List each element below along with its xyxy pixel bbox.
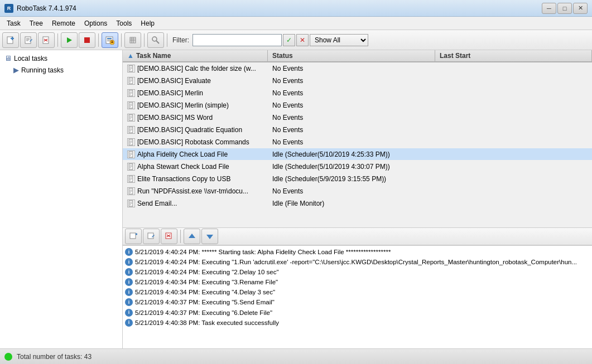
task-file-icon [127,175,135,183]
task-row[interactable]: [DEMO.BASIC] Robotask Commands No Events [123,136,592,148]
col-header-last-start[interactable]: Last Start [435,50,592,61]
log-line-text: 5/21/2019 4:40:24 PM: Executing "2.Delay… [135,268,590,276]
filter-dropdown[interactable]: Show All Enabled Only Disabled Only [310,34,368,46]
filter-apply-button[interactable]: ✓ [283,34,295,46]
task-status-text: No Events [272,138,303,146]
move-up-button[interactable] [184,229,200,244]
task-cell-status: No Events [268,77,435,85]
task-row[interactable]: [DEMO.BASIC] Evaluate No Events [123,75,592,87]
stop-task-button[interactable] [79,32,95,48]
log-line: i 5/21/2019 4:40:37 PM: Executing "5.Sen… [125,297,590,307]
svg-rect-14 [107,40,112,40]
task-row[interactable]: [DEMO.BASIC] MS Word No Events [123,111,592,124]
minimize-button[interactable]: ─ [542,3,556,14]
move-down-button[interactable] [201,229,218,244]
task-row[interactable]: Alpha Fidelity Check Load File Idle (Sch… [123,148,592,161]
task-row[interactable]: Send Email... Idle (File Monitor) [123,197,592,210]
restore-button[interactable]: □ [557,3,572,14]
status-text: Total number of tasks: 43 [17,353,92,361]
main-container: 🖥 Local tasks ▶ Running tasks ▲ Task Nam… [0,50,592,364]
task-cell-name: Alpha Fidelity Check Load File [123,151,268,158]
svg-marker-82 [206,235,213,239]
filter-input[interactable] [192,34,282,46]
delete-task-button[interactable] [38,32,55,48]
log-line: i 5/21/2019 4:40:38 PM: Task executed su… [125,318,590,328]
task-status-text: No Events [272,126,303,134]
close-button[interactable]: ✕ [573,3,588,14]
task-row[interactable]: [DEMO.BASIC] Merlin No Events [123,87,592,99]
task-cell-status: No Events [268,126,435,134]
task-row[interactable]: [DEMO.BASIC] Quadratic Equation No Event… [123,124,592,136]
add-item-button[interactable] [125,229,142,244]
log-line-text: 5/21/2019 4:40:24 PM: ****** Starting ta… [135,247,590,256]
task-file-icon [127,89,135,97]
task-row[interactable]: Run "NPDFAssist.exe \\svr-tm\docu... No … [123,185,592,197]
search-button[interactable] [147,32,164,48]
col-header-status[interactable]: Status [268,50,435,61]
task-status-text: No Events [272,77,303,85]
task-list-body: [DEMO.BASIC] Calc the folder size (w... … [123,62,592,227]
svg-marker-81 [189,234,195,238]
log-line: i 5/21/2019 4:40:34 PM: Executing "3.Ren… [125,277,590,287]
sidebar-item-running-tasks[interactable]: ▶ Running tasks [0,64,122,76]
svg-rect-13 [107,38,112,39]
log-info-icon: i [125,268,133,276]
task-file-icon [127,138,135,146]
svg-point-24 [152,37,157,41]
col-header-task[interactable]: ▲ Task Name [123,50,268,61]
status-dot [4,353,12,361]
task-row[interactable]: Alpha Stewart Check Load File Idle (Sche… [123,161,592,173]
task-cell-status: Idle (File Monitor) [268,200,435,207]
menu-tree[interactable]: Tree [25,18,47,28]
task-row[interactable]: [DEMO.BASIC] Merlin (simple) No Events [123,99,592,111]
menu-options[interactable]: Options [80,18,112,28]
task-cell-name: [DEMO.BASIC] Robotask Commands [123,138,268,146]
log-line: i 5/21/2019 4:40:24 PM: Executing "2.Del… [125,267,590,277]
task-row[interactable]: Elite Transactions Copy to USB Idle (Sch… [123,173,592,185]
task-cell-status: No Events [268,114,435,122]
task-cell-name: Send Email... [123,200,268,207]
menu-task[interactable]: Task [2,18,25,28]
task-list-header: ▲ Task Name Status Last Start [123,50,592,62]
task-file-icon [127,163,135,171]
task-status-text: No Events [272,89,303,97]
svg-marker-10 [67,37,72,43]
task-name-text: Alpha Stewart Check Load File [137,163,229,171]
delete-item-button[interactable] [161,229,177,244]
title-bar: R RoboTask 7.4.1.974 ─ □ ✕ [0,0,592,17]
filter-label: Filter: [172,36,189,44]
view-log-button[interactable] [102,32,118,48]
run-task-button[interactable] [61,32,78,48]
sidebar-item-running-tasks-label: Running tasks [21,66,64,74]
menu-tools[interactable]: Tools [112,18,136,28]
status-bar: Total number of tasks: 43 [0,348,592,364]
menu-help[interactable]: Help [136,18,159,28]
log-line-text: 5/21/2019 4:40:34 PM: Executing "3.Renam… [135,278,590,287]
task-cell-name: [DEMO.BASIC] Evaluate [123,77,268,85]
task-status-text: No Events [272,114,303,122]
settings-button[interactable] [124,32,141,48]
task-status-text: No Events [272,187,303,195]
col-sort-icon: ▲ [127,52,134,60]
task-cell-status: No Events [268,65,435,72]
task-row[interactable]: [DEMO.BASIC] Calc the folder size (w... … [123,62,592,75]
edit-item-button[interactable] [143,229,160,244]
toolbar-separator-5 [167,33,167,47]
running-tasks-icon: ▶ [13,66,19,74]
task-cell-status: No Events [268,89,435,97]
log-area: i 5/21/2019 4:40:24 PM: ****** Starting … [123,245,592,348]
filter-clear-button[interactable]: ✕ [296,34,309,46]
task-name-text: Elite Transactions Copy to USB [137,175,230,183]
task-file-icon [127,77,135,85]
toolbar-separator-4 [144,33,145,47]
task-status-text: Idle (Scheduler(5/10/2019 4:25:33 PM)) [272,151,390,158]
menu-remote[interactable]: Remote [47,18,80,28]
sidebar-item-local-tasks[interactable]: 🖥 Local tasks [0,52,122,64]
task-cell-name: Elite Transactions Copy to USB [123,175,268,183]
edit-task-button[interactable] [20,32,37,48]
log-info-icon: i [125,319,133,327]
new-task-button[interactable] [2,32,19,48]
log-line-text: 5/21/2019 4:40:34 PM: Executing "4.Delay… [135,288,590,297]
task-cell-status: No Events [268,101,435,109]
task-cell-name: [DEMO.BASIC] Quadratic Equation [123,126,268,134]
